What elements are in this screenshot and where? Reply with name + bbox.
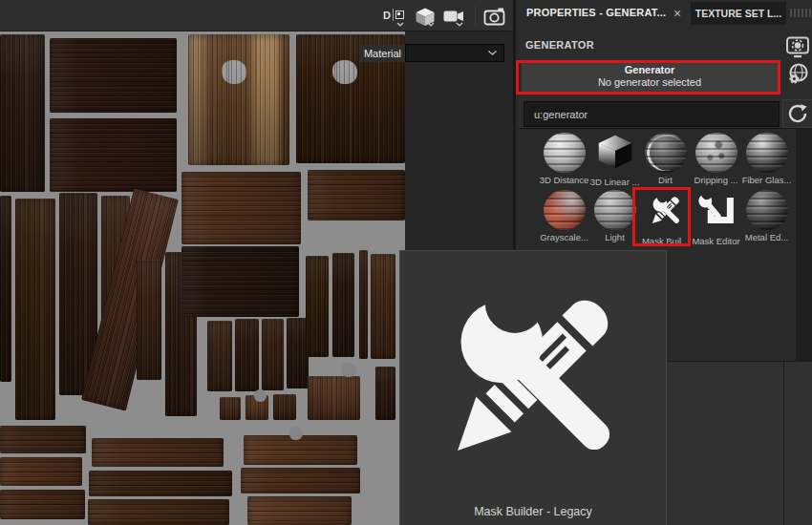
uv-island <box>89 471 232 496</box>
generator-section-header: GENERATOR <box>525 39 594 51</box>
uv-island <box>0 196 11 382</box>
uv-island <box>308 170 405 220</box>
uv-island <box>262 319 284 390</box>
mask-builder-tooltip: Mask Builder - Legacy <box>399 250 667 525</box>
uv-island <box>0 490 85 519</box>
uv-island <box>289 427 303 440</box>
tab-properties-generator[interactable]: PROPERTIES - GENERAT... <box>526 7 666 18</box>
substance-painter-window: D Material PROPERTIES - G <box>0 0 812 525</box>
toolbar-separator <box>475 6 476 26</box>
uv-island <box>50 38 177 113</box>
chevron-down-icon <box>487 50 498 56</box>
uv-island <box>241 468 360 494</box>
cube-thumb-icon <box>596 133 634 171</box>
uv-island <box>137 260 161 380</box>
shelf-item[interactable]: 3D Distance <box>539 133 589 185</box>
uv-island <box>220 397 241 420</box>
online-assets-button[interactable] <box>784 61 811 86</box>
shelf-item-label: Grayscale... <box>539 232 589 242</box>
panel-grip-handle[interactable] <box>790 9 811 17</box>
uv-island <box>0 457 82 486</box>
shelf-item[interactable]: Mask Editor <box>691 190 741 246</box>
uv-island <box>308 376 360 420</box>
display-settings-button[interactable] <box>784 34 811 59</box>
snapshot-camera-icon[interactable] <box>483 8 505 26</box>
material-channel-select[interactable] <box>405 44 504 62</box>
tooltip-caption: Mask Builder - Legacy <box>400 505 666 518</box>
wrench-bracket-icon <box>695 190 737 230</box>
shelf-item-thumb <box>746 133 788 173</box>
shelf-item-thumb <box>544 133 586 173</box>
uv-island <box>207 321 232 391</box>
uv-island <box>375 367 395 420</box>
uv-island <box>188 34 289 165</box>
panel-divider <box>783 362 784 525</box>
split-view-icon[interactable]: D <box>383 9 404 21</box>
uv-island <box>182 172 301 244</box>
shelf-item[interactable]: Grayscale... <box>539 190 589 242</box>
uv-island <box>254 389 267 402</box>
chevron-down-icon[interactable] <box>396 22 404 27</box>
shelf-item-thumb <box>544 190 586 230</box>
uv-island <box>15 199 55 420</box>
globe-gear-icon <box>786 62 810 86</box>
annotation-mask-builder-highlight <box>632 187 691 246</box>
shelf-item-label: Fiber Glas... <box>741 175 792 185</box>
uv-island <box>359 250 368 359</box>
viewport-toolbar: D <box>0 0 513 32</box>
shelf-item[interactable]: 3D Linear ... <box>589 133 640 187</box>
uv-island <box>371 254 395 359</box>
shelf-item-thumb <box>746 190 788 230</box>
uv-island <box>0 34 45 192</box>
uv-island <box>50 118 177 192</box>
shelf-item-label: Mask Editor <box>691 236 741 246</box>
shelf-item-label: 3D Linear ... <box>589 177 640 187</box>
uv-island <box>0 426 86 453</box>
annotation-generator-highlight <box>516 60 780 94</box>
shelf-item-thumb <box>594 190 636 230</box>
display-settings-icon <box>785 35 810 59</box>
shelf-item[interactable]: Metal Ed... <box>741 190 792 242</box>
chevron-down-icon[interactable] <box>427 22 435 27</box>
uv-viewport[interactable] <box>0 32 405 525</box>
close-icon[interactable]: × <box>670 5 685 22</box>
wrench-pencil-icon <box>420 261 648 488</box>
shelf-item-label: Dirt <box>640 175 691 185</box>
uv-island <box>182 246 299 317</box>
shelf-item-label: Dripping ... <box>691 175 741 185</box>
generator-search-input[interactable] <box>524 101 780 127</box>
uv-island <box>88 499 229 525</box>
uv-pieces <box>0 32 405 525</box>
uv-island <box>306 256 329 357</box>
camera-view-icon[interactable] <box>443 10 464 23</box>
uv-island <box>332 253 354 357</box>
uv-island <box>92 438 224 467</box>
uv-island <box>247 496 352 525</box>
shelf-item[interactable]: Fiber Glas... <box>741 133 792 185</box>
shelf-item-thumb <box>695 133 737 173</box>
uv-island <box>235 319 259 391</box>
tab-texture-set-list[interactable]: TEXTURE SET L... <box>691 2 786 25</box>
shelf-item-label: Metal Ed... <box>741 232 792 242</box>
material-mode-label: Material <box>360 45 405 62</box>
shelf-scrollbar[interactable] <box>796 128 812 361</box>
uv-island <box>244 435 357 465</box>
uv-island <box>273 394 296 420</box>
shelf-item[interactable]: Dripping ... <box>691 133 741 185</box>
shelf-item-label: 3D Distance <box>539 175 589 185</box>
uv-island <box>341 363 356 377</box>
chevron-down-icon[interactable] <box>456 22 463 27</box>
refresh-button[interactable] <box>782 99 812 128</box>
refresh-icon <box>787 103 808 124</box>
panel-tab-bar: PROPERTIES - GENERAT... × TEXTURE SET L.… <box>516 0 812 27</box>
shelf-item[interactable]: Dirt <box>640 133 691 185</box>
shelf-item-thumb <box>645 133 687 173</box>
